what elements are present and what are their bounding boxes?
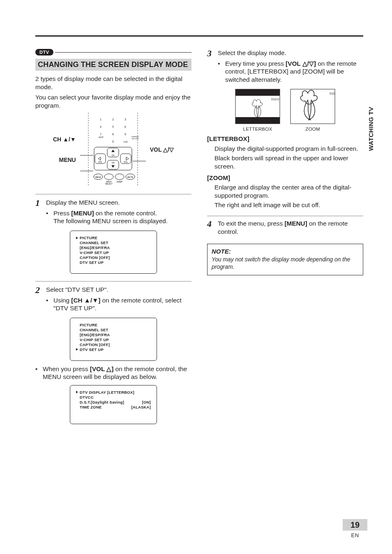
svg-rect-55 bbox=[235, 89, 280, 96]
display-mode-graphics: D10-0 LETTERBOX D10-0 ZOOM bbox=[207, 89, 363, 132]
svg-text:CH: CH bbox=[111, 162, 115, 164]
zoom-graphic: D10-0 ZOOM bbox=[290, 89, 335, 132]
svg-text:–/ENT: –/ENT bbox=[98, 136, 104, 138]
menu-screen-2: PICTURE CHANNEL SET [ENG]/ESP/FRA V-CHIP… bbox=[70, 318, 157, 361]
svg-text:8: 8 bbox=[112, 133, 114, 136]
note-body: You may not switch the display mode depe… bbox=[212, 256, 359, 270]
left-column: DTV CHANGING THE SCREEN DISPLAY MODE 2 t… bbox=[35, 49, 191, 426]
svg-text:+100: +100 bbox=[123, 141, 127, 143]
svg-text:3: 3 bbox=[125, 118, 126, 121]
letterbox-graphic: D10-0 LETTERBOX bbox=[235, 89, 280, 132]
svg-text:6: 6 bbox=[125, 125, 126, 128]
step-3-number: 3 bbox=[207, 49, 214, 85]
menu-screen-3: DTV DISPLAY [LETTERBOX] DTVCC D.S.T.[Day… bbox=[70, 385, 157, 424]
step-3-bullet: Every time you press [VOL △/▽] on the re… bbox=[225, 60, 363, 84]
step-4-number: 4 bbox=[207, 219, 214, 238]
svg-text:RETURN: RETURN bbox=[131, 138, 138, 140]
tag-line bbox=[55, 52, 192, 53]
page-number-box: 19 EN bbox=[343, 519, 367, 538]
step-2: 2 Select "DTV SET UP". •Using [CH ▲/▼] o… bbox=[35, 281, 191, 314]
svg-marker-38 bbox=[111, 165, 115, 168]
right-column: 3 Select the display mode. •Every time y… bbox=[207, 49, 363, 426]
zoom-caption: ZOOM bbox=[290, 127, 335, 132]
remote-diagram: CH ▲/▼ MENU 1 2 3 bbox=[35, 113, 191, 187]
zoom-desc-1: Enlarge and display the center area of t… bbox=[214, 183, 363, 199]
svg-text:MUTE: MUTE bbox=[127, 176, 134, 178]
intro-paragraph-2: You can select your favorite display mod… bbox=[35, 93, 191, 109]
zoom-title: [ZOOM] bbox=[207, 174, 363, 182]
page-title: CHANGING THE SCREEN DISPLAY MODE bbox=[38, 60, 189, 69]
remote-menu-label: MENU bbox=[59, 157, 76, 163]
svg-text:1: 1 bbox=[100, 118, 101, 121]
step-4: 4 To exit the menu, press [MENU] on the … bbox=[207, 216, 363, 238]
svg-text:D10-0: D10-0 bbox=[330, 92, 335, 95]
letterbox-caption: LETTERBOX bbox=[235, 127, 280, 132]
svg-text:D10-0: D10-0 bbox=[271, 98, 279, 101]
step-1-number: 1 bbox=[35, 199, 42, 226]
svg-rect-56 bbox=[235, 117, 280, 124]
svg-marker-34 bbox=[111, 150, 115, 152]
svg-text:SLEEP: SLEEP bbox=[116, 181, 122, 183]
svg-text:SELECT: SELECT bbox=[105, 183, 113, 185]
side-tab: WATCHING TV bbox=[367, 107, 374, 151]
svg-text:5: 5 bbox=[112, 125, 114, 128]
step-2b-bullet: When you press [VOL △] on the remote con… bbox=[43, 365, 191, 381]
svg-point-20 bbox=[97, 138, 105, 144]
step-2-title: Select "DTV SET UP". bbox=[46, 286, 191, 294]
remote-vol-label: VOL △/▽ bbox=[150, 146, 174, 153]
section-tag-row: DTV bbox=[35, 49, 191, 55]
svg-text:4: 4 bbox=[100, 125, 101, 128]
svg-text:VOL: VOL bbox=[98, 161, 102, 163]
letterbox-desc-2: Black borders will spread in the upper a… bbox=[214, 154, 363, 170]
svg-marker-44 bbox=[126, 157, 129, 160]
svg-point-47 bbox=[104, 174, 113, 180]
svg-text:7: 7 bbox=[100, 133, 101, 136]
note-heading: NOTE: bbox=[212, 247, 359, 255]
top-rule bbox=[35, 35, 363, 37]
step-3: 3 Select the display mode. •Every time y… bbox=[207, 49, 363, 85]
step-1: 1 Display the MENU screen. •Press [MENU]… bbox=[35, 194, 191, 226]
step-1-bullet: Press [MENU] on the remote control.The f… bbox=[53, 209, 168, 225]
intro-paragraph-1: 2 types of display mode can be selected … bbox=[35, 75, 191, 91]
dtv-tag: DTV bbox=[35, 49, 53, 55]
letterbox-desc-1: Display the digital-supported program in… bbox=[214, 145, 363, 153]
remote-svg: 1 2 3 4 5 6 7 8 9 bbox=[80, 113, 146, 187]
letterbox-title: [LETTERBOX] bbox=[207, 135, 363, 143]
zoom-desc-2: The right and left image will be cut off… bbox=[214, 201, 363, 209]
remote-ch-label: CH ▲/▼ bbox=[53, 136, 76, 143]
svg-text:9: 9 bbox=[125, 133, 126, 136]
svg-text:MENU: MENU bbox=[95, 176, 101, 178]
step-3-title: Select the display mode. bbox=[218, 49, 363, 57]
svg-text:0: 0 bbox=[112, 140, 114, 143]
step-1-title: Display the MENU screen. bbox=[46, 199, 191, 207]
step-2-bullet: Using [CH ▲/▼] on the remote control, se… bbox=[53, 296, 191, 312]
svg-text:CH: CH bbox=[111, 154, 115, 157]
page-lang: EN bbox=[343, 532, 367, 538]
svg-text:VOL: VOL bbox=[124, 161, 128, 163]
svg-marker-40 bbox=[98, 157, 101, 160]
step-4-text: To exit the menu, press [MENU] on the re… bbox=[218, 219, 363, 235]
svg-point-48 bbox=[115, 174, 124, 180]
note-box: NOTE: You may not switch the display mod… bbox=[207, 244, 363, 275]
step-2-number: 2 bbox=[35, 286, 42, 314]
svg-text:2: 2 bbox=[112, 118, 114, 121]
page-number: 19 bbox=[343, 519, 367, 531]
svg-rect-58 bbox=[291, 89, 335, 124]
heading-bar: CHANGING THE SCREEN DISPLAY MODE bbox=[35, 59, 191, 71]
menu-screen-1: PICTURE CHANNEL SET [ENG]/ESP/FRA V-CHIP… bbox=[70, 231, 157, 274]
